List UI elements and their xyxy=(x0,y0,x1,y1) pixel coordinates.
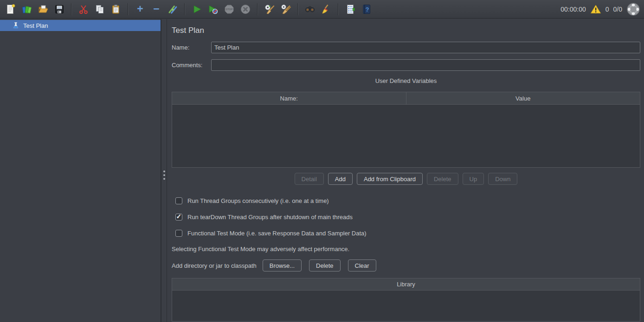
classpath-row: Add directory or jar to classpath Browse… xyxy=(172,259,640,271)
functional-mode-label: Functional Test Mode (i.e. save Response… xyxy=(187,230,367,237)
up-button[interactable]: Up xyxy=(463,173,484,185)
toolbar-separator xyxy=(128,3,129,15)
toolbar-separator xyxy=(257,3,258,15)
splitter[interactable] xyxy=(161,19,167,322)
toolbar-separator xyxy=(338,3,339,15)
warning-icon[interactable] xyxy=(590,4,601,15)
udv-table-header: Name: Value xyxy=(172,92,640,105)
classpath-delete-button[interactable]: Delete xyxy=(309,259,341,271)
test-plan-flask-icon xyxy=(12,22,19,29)
udv-buttons-row: Detail Add Add from Clipboard Delete Up … xyxy=(172,173,640,185)
add-element-button[interactable]: + xyxy=(133,2,147,16)
test-state-indicator-icon xyxy=(626,2,640,16)
svg-text:STOP: STOP xyxy=(226,8,233,11)
run-teardown-row: Run tearDown Thread Groups after shutdow… xyxy=(175,213,640,221)
udv-column-name[interactable]: Name: xyxy=(172,92,406,104)
classpath-clear-button[interactable]: Clear xyxy=(348,259,376,271)
add-button[interactable]: Add xyxy=(328,173,353,185)
comments-input[interactable] xyxy=(211,59,640,71)
toolbar-separator xyxy=(71,3,72,15)
delete-button[interactable]: Delete xyxy=(427,173,458,185)
log-errors-count: 0 xyxy=(605,6,609,13)
toolbar-status-area: 00:00:00 0 0/0 xyxy=(560,2,640,16)
functional-mode-checkbox[interactable] xyxy=(175,230,182,237)
new-file-button[interactable] xyxy=(4,2,18,16)
run-teardown-label: Run tearDown Thread Groups after shutdow… xyxy=(187,214,353,221)
name-label: Name: xyxy=(172,44,211,51)
run-options-group: Run Thread Groups consecutively (i.e. on… xyxy=(175,197,640,237)
clear-all-button[interactable] xyxy=(279,2,293,16)
toggle-element-button[interactable] xyxy=(166,2,180,16)
shutdown-icon xyxy=(240,4,251,15)
stop-icon: STOP xyxy=(224,4,235,15)
threads-count: 0/0 xyxy=(613,6,622,13)
run-consecutively-row: Run Thread Groups consecutively (i.e. on… xyxy=(175,197,640,205)
test-plan-config-panel: Test Plan Name: Comments: User Defined V… xyxy=(167,19,644,322)
library-table: Library xyxy=(172,278,640,322)
shutdown-button[interactable] xyxy=(238,2,252,16)
templates-icon xyxy=(21,4,32,15)
svg-text:?: ? xyxy=(366,6,369,13)
functional-mode-row: Functional Test Mode (i.e. save Response… xyxy=(175,229,640,237)
save-icon xyxy=(54,4,65,15)
library-column-header[interactable]: Library xyxy=(397,281,415,288)
library-table-header: Library xyxy=(172,278,640,290)
detail-button[interactable]: Detail xyxy=(295,173,324,185)
paste-icon xyxy=(110,4,122,15)
start-no-timers-button[interactable] xyxy=(206,2,220,16)
paste-button[interactable] xyxy=(109,2,123,16)
clear-icon xyxy=(264,4,275,15)
library-table-body[interactable] xyxy=(172,290,640,321)
name-input[interactable] xyxy=(211,42,640,53)
run-consecutively-label: Run Thread Groups consecutively (i.e. on… xyxy=(187,197,329,204)
splitter-handle-icon xyxy=(163,170,165,180)
start-no-timers-icon xyxy=(207,4,219,15)
copy-icon xyxy=(94,4,105,15)
udv-table-body[interactable] xyxy=(172,105,640,167)
test-plan-tree: Test Plan xyxy=(0,19,161,322)
start-button[interactable] xyxy=(190,2,204,16)
function-helper-icon xyxy=(345,4,356,15)
help-button[interactable]: ? xyxy=(360,2,374,16)
search-reset-icon xyxy=(321,4,332,15)
udv-column-value[interactable]: Value xyxy=(406,92,640,104)
clear-all-icon xyxy=(280,4,291,15)
add-from-clipboard-button[interactable]: Add from Clipboard xyxy=(357,173,423,185)
minus-icon: − xyxy=(153,4,159,14)
open-file-icon xyxy=(38,4,49,15)
elapsed-time: 00:00:00 xyxy=(560,6,586,13)
copy-button[interactable] xyxy=(93,2,107,16)
plus-icon: + xyxy=(137,4,143,14)
run-teardown-checkbox[interactable] xyxy=(175,214,182,221)
function-helper-button[interactable] xyxy=(343,2,357,16)
help-icon: ? xyxy=(361,4,372,15)
clear-button[interactable] xyxy=(263,2,277,16)
cut-button[interactable] xyxy=(77,2,90,16)
comments-row: Comments: xyxy=(172,59,640,71)
stop-button[interactable]: STOP xyxy=(222,2,236,16)
open-file-button[interactable] xyxy=(36,2,50,16)
start-icon xyxy=(191,4,202,15)
udv-section-title: User Defined Variables xyxy=(172,77,640,84)
cut-icon xyxy=(78,4,89,15)
comments-label: Comments: xyxy=(172,62,211,69)
toolbar-separator xyxy=(297,3,298,15)
toolbar-separator xyxy=(184,3,185,15)
functional-mode-note: Selecting Functional Test Mode may adver… xyxy=(172,246,640,253)
udv-table: Name: Value xyxy=(172,92,640,168)
templates-button[interactable] xyxy=(20,2,34,16)
save-button[interactable] xyxy=(52,2,66,16)
new-file-icon xyxy=(5,4,16,15)
search-icon xyxy=(304,4,316,15)
remove-element-button[interactable]: − xyxy=(149,2,163,16)
page-title: Test Plan xyxy=(172,26,640,35)
search-reset-button[interactable] xyxy=(319,2,333,16)
down-button[interactable]: Down xyxy=(488,173,517,185)
name-row: Name: xyxy=(172,42,640,53)
browse-button[interactable]: Browse... xyxy=(263,259,302,271)
run-consecutively-checkbox[interactable] xyxy=(175,197,182,204)
toggle-icon xyxy=(167,4,178,15)
tree-item-test-plan[interactable]: Test Plan xyxy=(0,20,161,31)
search-button[interactable] xyxy=(303,2,317,16)
tree-item-label: Test Plan xyxy=(23,22,48,29)
